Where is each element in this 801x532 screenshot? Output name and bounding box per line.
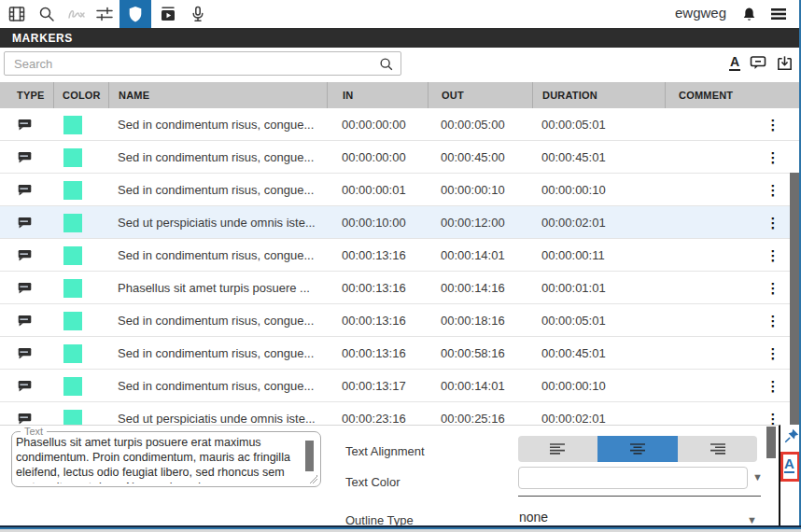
row-menu-icon[interactable]: ⋮ xyxy=(766,379,780,393)
markers-tool-button[interactable] xyxy=(119,0,151,28)
comment-marker-icon xyxy=(17,379,33,394)
search-icon[interactable] xyxy=(378,56,395,73)
column-header-name[interactable]: NAME xyxy=(108,82,327,108)
outline-type-caret-icon[interactable]: ▼ xyxy=(747,514,757,525)
pin-icon[interactable] xyxy=(783,427,800,444)
table-row[interactable]: Sed in condimentum risus, congue... 00:0… xyxy=(0,304,801,337)
row-menu-icon[interactable]: ⋮ xyxy=(766,281,780,295)
marker-duration: 00:00:00:11 xyxy=(541,239,605,272)
search-input[interactable] xyxy=(5,52,400,75)
table-scrollbar-thumb[interactable] xyxy=(790,173,799,425)
marker-shield-icon xyxy=(127,5,144,23)
marker-color-cell xyxy=(63,174,82,206)
marker-color-swatch xyxy=(63,312,82,330)
table-row[interactable]: Sed in condimentum risus, congue... 00:0… xyxy=(0,108,801,141)
align-left-button[interactable] xyxy=(518,436,597,462)
menu-button[interactable] xyxy=(764,0,794,28)
marker-in-timecode: 00:00:13:16 xyxy=(342,337,406,370)
marker-color-swatch xyxy=(63,116,82,134)
search-tool-button[interactable] xyxy=(32,0,62,28)
marker-out-timecode: 00:00:14:01 xyxy=(441,370,505,402)
table-row[interactable]: Sed in condimentum risus, congue... 00:0… xyxy=(0,337,801,370)
table-row[interactable]: Sed in condimentum risus, congue... 00:0… xyxy=(0,370,801,402)
marker-out-timecode: 00:00:45:00 xyxy=(441,141,505,174)
marker-type-cell xyxy=(17,174,33,206)
marker-out-timecode: 00:00:00:10 xyxy=(441,174,505,206)
marker-out-timecode: 00:00:14:01 xyxy=(441,239,505,272)
column-header-comment[interactable]: COMMENT xyxy=(665,82,801,108)
import-box-icon[interactable] xyxy=(776,54,794,72)
search-box xyxy=(4,51,401,76)
microphone-button[interactable] xyxy=(183,0,213,28)
outline-type-select[interactable]: none xyxy=(519,510,548,525)
text-alignment-label: Text Alignment xyxy=(345,444,425,458)
username-label[interactable]: ewgweg xyxy=(675,5,726,21)
column-header-in[interactable]: IN xyxy=(327,82,428,108)
table-row[interactable]: Sed in condimentum risus, congue... 00:0… xyxy=(0,174,801,206)
align-center-icon xyxy=(627,442,648,455)
marker-color-cell xyxy=(63,304,82,337)
column-header-type[interactable]: TYPE xyxy=(0,82,53,108)
notifications-button[interactable] xyxy=(734,0,764,28)
video-player-icon xyxy=(159,5,177,23)
table-row[interactable]: Sed ut perspiciatis unde omnis iste... 0… xyxy=(0,402,801,425)
comment-dash-icon[interactable] xyxy=(749,53,767,72)
text-color-label: Text Color xyxy=(345,475,400,489)
comment-marker-icon xyxy=(17,248,33,263)
marker-type-cell xyxy=(17,141,33,174)
signature-button[interactable] xyxy=(62,0,91,28)
row-menu-icon[interactable]: ⋮ xyxy=(766,183,780,197)
marker-color-swatch xyxy=(63,214,82,232)
table-row[interactable]: Phasellus sit amet turpis posuere ... 00… xyxy=(0,272,801,304)
align-center-button[interactable] xyxy=(597,436,677,462)
comment-marker-icon xyxy=(17,412,33,426)
marker-duration: 00:00:05:01 xyxy=(541,108,606,141)
comment-marker-icon xyxy=(17,216,33,231)
marker-color-swatch xyxy=(63,344,82,363)
row-menu-icon[interactable]: ⋮ xyxy=(766,412,780,425)
row-menu-icon[interactable]: ⋮ xyxy=(766,118,780,132)
marker-type-cell xyxy=(17,239,33,272)
marker-name: Phasellus sit amet turpis posuere ... xyxy=(118,272,321,304)
row-menu-icon[interactable]: ⋮ xyxy=(766,314,780,328)
marker-in-timecode: 00:00:00:00 xyxy=(342,141,406,174)
table-row[interactable]: Sed ut perspiciatis unde omnis iste... 0… xyxy=(0,206,801,239)
marker-type-cell xyxy=(17,337,33,370)
row-menu-icon[interactable]: ⋮ xyxy=(766,216,780,230)
film-button[interactable] xyxy=(2,0,32,28)
marker-in-timecode: 00:00:13:17 xyxy=(342,370,406,402)
markers-table-body: Sed in condimentum risus, congue... 00:0… xyxy=(0,108,801,425)
header-actions: A xyxy=(729,53,794,72)
text-style-icon[interactable]: A xyxy=(729,55,740,71)
row-menu-icon[interactable]: ⋮ xyxy=(766,248,780,262)
marker-name: Sed ut perspiciatis unde omnis iste... xyxy=(118,402,321,425)
table-row[interactable]: Sed in condimentum risus, congue... 00:0… xyxy=(0,239,801,272)
marker-color-cell xyxy=(63,206,82,239)
marker-comment-cell: ⋮ xyxy=(764,239,782,272)
markers-app-window: ewgweg MARKERS A xyxy=(0,0,801,532)
textarea-resize-handle[interactable] xyxy=(309,475,317,483)
editor-scrollbar-thumb[interactable] xyxy=(766,427,776,458)
column-header-out[interactable]: OUT xyxy=(428,82,532,108)
marker-color-cell xyxy=(63,141,82,174)
column-header-duration[interactable]: DURATION xyxy=(532,82,665,108)
textarea-scrollbar-thumb[interactable] xyxy=(305,441,314,471)
align-right-button[interactable] xyxy=(678,436,757,462)
marker-in-timecode: 00:00:13:16 xyxy=(342,304,406,337)
text-color-caret-icon[interactable]: ▼ xyxy=(752,471,763,483)
marker-name: Sed in condimentum risus, congue... xyxy=(118,239,321,272)
comment-marker-icon xyxy=(17,346,33,361)
row-menu-icon[interactable]: ⋮ xyxy=(766,346,780,360)
column-header-color[interactable]: COLOR xyxy=(53,82,108,108)
text-color-select[interactable] xyxy=(518,467,748,489)
marker-duration: 00:00:01:01 xyxy=(541,272,606,304)
marker-comment-cell: ⋮ xyxy=(764,337,782,370)
table-row[interactable]: Sed in condimentum risus, congue... 00:0… xyxy=(0,141,801,174)
marker-out-timecode: 00:00:12:00 xyxy=(441,206,505,239)
video-player-button[interactable] xyxy=(153,0,183,28)
marker-text-input[interactable]: Phasellus sit amet turpis posuere erat m… xyxy=(16,435,305,483)
row-menu-icon[interactable]: ⋮ xyxy=(766,150,780,164)
marker-comment-cell: ⋮ xyxy=(764,402,782,425)
sliders-button[interactable] xyxy=(90,0,119,28)
marker-comment-cell: ⋮ xyxy=(764,206,782,239)
